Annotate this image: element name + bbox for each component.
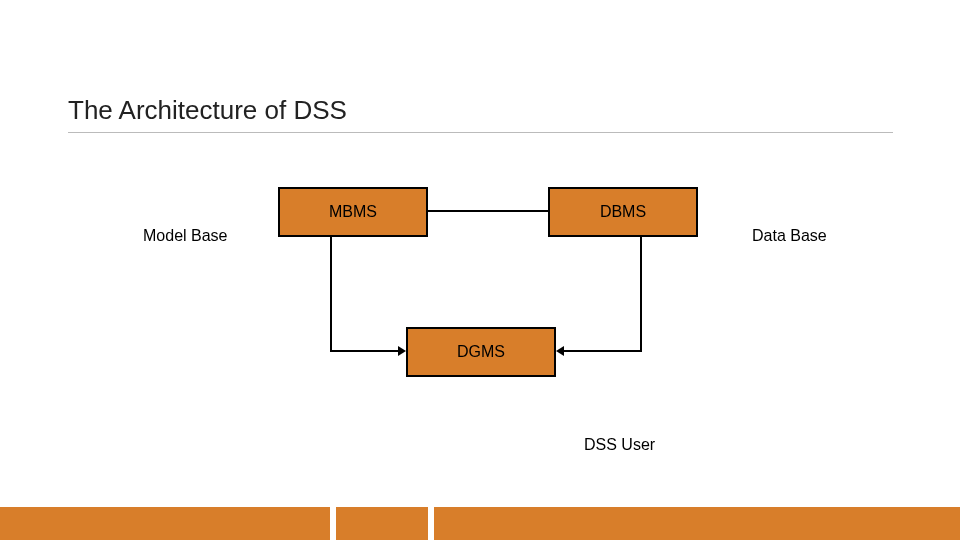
label-dss-user: DSS User: [584, 436, 655, 454]
slide-title: The Architecture of DSS: [68, 95, 347, 126]
title-underline: [68, 132, 893, 133]
footer-gap-1: [330, 507, 336, 540]
arrow-dbms-to-dgms-icon: [556, 346, 564, 356]
node-mbms-label: MBMS: [329, 203, 377, 221]
node-dbms: DBMS: [548, 187, 698, 237]
node-mbms: MBMS: [278, 187, 428, 237]
connector-mbms-dbms: [428, 210, 548, 212]
arrow-mbms-to-dgms-icon: [398, 346, 406, 356]
connector-dbms-horizontal: [564, 350, 642, 352]
footer-gap-2: [428, 507, 434, 540]
connector-mbms-vertical: [330, 237, 332, 352]
connector-mbms-horizontal: [330, 350, 398, 352]
connector-dbms-vertical: [640, 237, 642, 352]
node-dbms-label: DBMS: [600, 203, 646, 221]
node-dgms: DGMS: [406, 327, 556, 377]
footer-accent-bar: [0, 507, 960, 540]
label-data-base: Data Base: [752, 227, 827, 245]
label-model-base: Model Base: [143, 227, 228, 245]
node-dgms-label: DGMS: [457, 343, 505, 361]
